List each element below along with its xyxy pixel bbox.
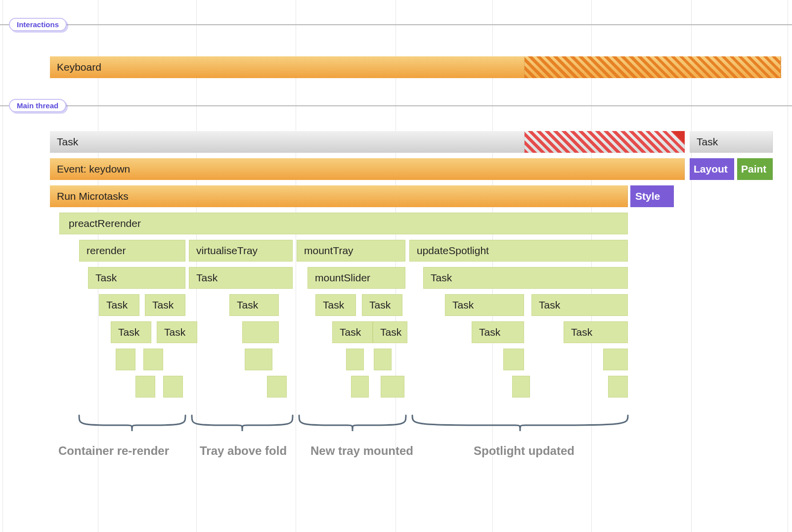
task-label: Task (237, 299, 258, 311)
task-block[interactable] (116, 349, 135, 370)
style-bar[interactable]: Style (630, 185, 674, 207)
task-bar[interactable]: Task (564, 321, 628, 343)
preact-rerender-bar[interactable]: preactRerender (59, 213, 628, 234)
task-bar[interactable]: Task (111, 321, 151, 343)
task-block[interactable] (242, 321, 279, 343)
section-label-interactions: Interactions (9, 18, 67, 31)
task-bar[interactable]: Task (472, 321, 524, 343)
caption-spotlight-updated: Spotlight updated (474, 444, 574, 458)
task-block[interactable] (351, 376, 369, 398)
event-keydown-bar[interactable]: Event: keydown (50, 158, 685, 180)
long-task-marker-icon (672, 131, 685, 144)
task-bar[interactable]: Task (332, 321, 373, 343)
task-bar[interactable]: Task (99, 294, 139, 316)
task-bar[interactable]: Task (157, 321, 197, 343)
task-label: Task (479, 326, 500, 338)
interaction-keyboard[interactable]: Keyboard (50, 56, 525, 78)
task-bar[interactable]: Task (423, 267, 628, 289)
mount-tray-label: mountTray (304, 245, 353, 257)
task-block[interactable] (267, 376, 287, 398)
grid-line (296, 0, 296, 532)
task-label: Task (571, 326, 592, 338)
task-label: Task (452, 299, 474, 311)
paint-bar-label: Paint (741, 163, 766, 175)
task-bar[interactable]: Task (362, 294, 402, 316)
task-bar[interactable]: Task (189, 267, 293, 289)
task-label: Task (196, 272, 218, 284)
task-block[interactable] (512, 376, 530, 398)
task-bar-2[interactable]: Task (690, 131, 773, 153)
task-bar[interactable]: Task (315, 294, 356, 316)
rerender-bar[interactable]: rerender (79, 240, 185, 262)
task-label: Task (340, 326, 361, 338)
task-bar[interactable]: Task (50, 131, 525, 153)
task-bar-2-label: Task (697, 136, 718, 148)
task-block[interactable] (503, 349, 524, 370)
task-label: Task (323, 299, 344, 311)
task-bar-label: Task (57, 136, 78, 148)
section-divider (0, 24, 792, 25)
rerender-label: rerender (87, 245, 126, 257)
run-microtasks-label: Run Microtasks (57, 190, 129, 202)
task-block[interactable] (608, 376, 628, 398)
section-divider (0, 105, 792, 106)
mount-tray-bar[interactable]: mountTray (297, 240, 405, 262)
task-block[interactable] (374, 349, 392, 370)
interaction-keyboard-pending[interactable] (525, 56, 781, 78)
task-bar[interactable]: Task (445, 294, 524, 316)
interaction-keyboard-label: Keyboard (57, 61, 101, 73)
layout-bar-label: Layout (694, 163, 728, 175)
task-bar-long[interactable] (525, 131, 685, 153)
task-label: Task (369, 299, 391, 311)
preact-rerender-label: preactRerender (69, 218, 141, 229)
caption-new-tray-mounted: New tray mounted (310, 444, 413, 458)
update-spotlight-label: updateSpotlight (417, 245, 489, 257)
brace-icon (299, 415, 406, 435)
paint-bar[interactable]: Paint (737, 158, 773, 180)
brace-icon (192, 415, 293, 435)
task-label: Task (539, 299, 560, 311)
grid-line (788, 0, 788, 532)
task-label: Task (118, 326, 139, 338)
task-block[interactable] (135, 376, 155, 398)
task-bar[interactable]: Task (229, 294, 279, 316)
update-spotlight-bar[interactable]: updateSpotlight (409, 240, 628, 262)
brace-icon (412, 415, 628, 435)
task-bar[interactable]: Task (373, 321, 407, 343)
style-bar-label: Style (635, 190, 660, 202)
mount-slider-bar[interactable]: mountSlider (308, 267, 405, 289)
grid-line (196, 0, 197, 532)
section-label-main-thread: Main thread (9, 99, 66, 112)
task-label: Task (380, 326, 401, 338)
task-label: Task (152, 299, 174, 311)
task-label: Task (95, 272, 117, 284)
task-bar[interactable]: Task (531, 294, 628, 316)
brace-icon (79, 415, 185, 435)
grid-line (591, 0, 592, 532)
task-block[interactable] (381, 376, 404, 398)
task-label: Task (106, 299, 128, 311)
caption-tray-above-fold: Tray above fold (200, 444, 287, 458)
mount-slider-label: mountSlider (315, 272, 370, 284)
task-block[interactable] (143, 349, 163, 370)
grid-line (691, 0, 692, 532)
virtualise-tray-bar[interactable]: virtualiseTray (189, 240, 293, 262)
task-label: Task (164, 326, 185, 338)
task-bar[interactable]: Task (145, 294, 185, 316)
task-bar[interactable]: Task (88, 267, 185, 289)
task-block[interactable] (346, 349, 364, 370)
task-label: Task (431, 272, 452, 284)
layout-bar[interactable]: Layout (690, 158, 734, 180)
flame-chart-timeline: Interactions Keyboard Main thread Task T… (0, 0, 792, 532)
run-microtasks-bar[interactable]: Run Microtasks (50, 185, 628, 207)
caption-container-rerender: Container re-render (58, 444, 169, 458)
event-keydown-label: Event: keydown (57, 163, 130, 175)
task-block[interactable] (163, 376, 183, 398)
virtualise-tray-label: virtualiseTray (196, 245, 258, 257)
task-block[interactable] (603, 349, 628, 370)
grid-line (2, 0, 3, 532)
task-block[interactable] (245, 349, 272, 370)
